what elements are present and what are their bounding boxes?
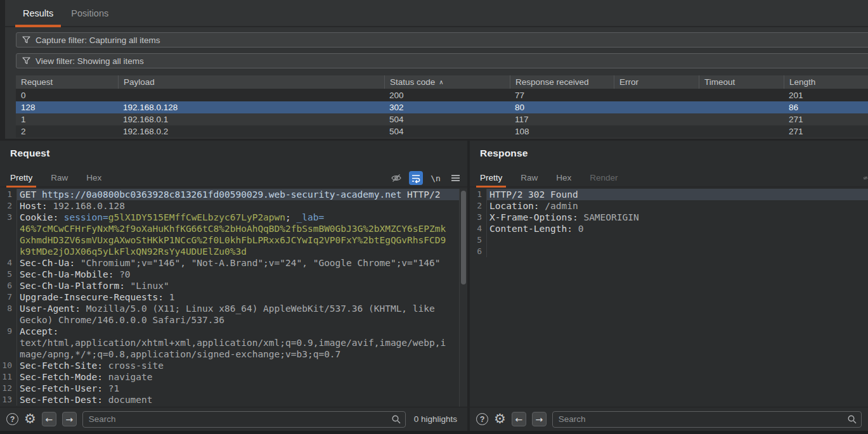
line-text: User-Agent: Mozilla/5.0 (X11; Linux x86_…	[17, 303, 467, 314]
editor-line: 4Sec-Ch-Ua: "Chromium";v="146", "Not-A.B…	[0, 257, 467, 269]
table-row[interactable]: 2192.168.0.2504108271	[16, 125, 868, 137]
request-editor[interactable]: 1GET https://0a0800bc0363928c813261fd005…	[0, 189, 467, 407]
editor-line: 8User-Agent: Mozilla/5.0 (X11; Linux x86…	[0, 303, 467, 314]
column-header-payload[interactable]: Payload	[118, 75, 384, 89]
highlights-count: 0 highlights	[411, 414, 461, 424]
column-header-timeout[interactable]: Timeout	[699, 75, 784, 89]
line-number: 6	[470, 246, 487, 257]
table-cell-error	[614, 113, 699, 125]
show-newlines-icon[interactable]: \n	[429, 171, 443, 185]
results-table-body: 020077201128192.168.0.12830280861192.168…	[16, 89, 868, 137]
search-icon	[847, 414, 857, 424]
line-number: 8	[0, 303, 17, 314]
word-wrap-icon[interactable]	[409, 171, 423, 185]
line-text: Sec-Ch-Ua-Platform: "Linux"	[17, 280, 467, 291]
editor-line: mage/apng,*/*;q=0.8,application/signed-e…	[0, 348, 467, 360]
view-filter-bar[interactable]: View filter: Showing all items	[16, 53, 868, 68]
gear-icon[interactable]: ⚙	[494, 412, 506, 426]
tab-request-raw[interactable]: Raw	[47, 169, 72, 186]
editor-line: 6Sec-Ch-Ua-Platform: "Linux"	[0, 280, 467, 291]
attack-tabbar: Results Positions	[5, 0, 868, 27]
eye-off-icon[interactable]	[389, 171, 403, 185]
line-text: Cookie: session=g5lX1DY515EMffCwELbzyc67…	[17, 212, 467, 223]
table-cell-length: 271	[784, 113, 868, 125]
request-search-bar: ? ⚙ ← → 0 highlights	[0, 407, 467, 431]
table-cell-status: 200	[384, 89, 510, 101]
response-search-input[interactable]	[552, 411, 862, 428]
table-row[interactable]: 128192.168.0.1283028086	[16, 101, 868, 113]
table-cell-payload: 192.168.0.128	[118, 101, 384, 113]
table-cell-payload: 192.168.0.1	[118, 113, 384, 125]
column-header-request[interactable]: Request	[16, 75, 118, 89]
next-match-button[interactable]: →	[62, 412, 77, 426]
results-table: Request Payload Status code∧ Response re…	[16, 75, 868, 137]
line-text: 46%7cMCwCFHrFyNxM%2f9oXaHuKhfKG66tC8%2bH…	[17, 223, 467, 234]
request-editor-scrollbar[interactable]	[459, 189, 467, 407]
column-header-status-code[interactable]: Status code∧	[384, 75, 510, 89]
previous-match-button[interactable]: ←	[512, 412, 526, 426]
line-text: HTTP/2 302 Found	[487, 189, 868, 200]
line-number: 11	[0, 371, 17, 383]
editor-line: 3Cookie: session=g5lX1DY515EMffCwELbzyc6…	[0, 212, 467, 223]
table-cell-payload: 192.168.0.2	[118, 125, 384, 137]
table-row[interactable]: 1192.168.0.1504117271	[16, 113, 868, 125]
request-search-input[interactable]	[82, 411, 406, 428]
table-cell-request: 1	[16, 113, 118, 125]
line-number	[0, 246, 17, 257]
line-number: 7	[0, 291, 17, 303]
request-panel: Request Pretty Raw Hex \n 1GET https://0…	[0, 141, 467, 434]
tab-results[interactable]: Results	[14, 0, 62, 26]
column-header-response-received[interactable]: Response received	[510, 75, 614, 89]
tab-response-render[interactable]: Render	[586, 169, 621, 186]
previous-match-button[interactable]: ←	[42, 412, 56, 426]
next-match-button[interactable]: →	[532, 412, 547, 426]
editor-line: 10Sec-Fetch-Site: cross-site	[0, 360, 467, 371]
line-number: 2	[0, 200, 17, 212]
line-text: Accept:	[17, 326, 467, 337]
capture-filter-bar[interactable]: Capture filter: Capturing all items	[16, 32, 868, 48]
line-text: Upgrade-Insecure-Requests: 1	[17, 291, 467, 303]
line-number: 5	[470, 234, 487, 246]
table-cell-request: 0	[16, 89, 118, 101]
line-number: 6	[0, 280, 17, 291]
response-editor[interactable]: 1HTTP/2 302 Found2Location: /admin3X-Fra…	[470, 189, 868, 407]
line-text: X-Frame-Options: SAMEORIGIN	[487, 212, 868, 223]
tab-positions[interactable]: Positions	[62, 0, 117, 26]
editor-line: 2Location: /admin	[470, 200, 868, 212]
line-text: Host: 192.168.0.128	[17, 200, 467, 212]
table-row[interactable]: 020077201	[16, 89, 868, 101]
line-number: 1	[470, 189, 487, 200]
table-cell-length: 201	[784, 89, 868, 101]
table-cell-timeout	[699, 125, 784, 137]
tab-response-pretty[interactable]: Pretty	[476, 169, 506, 186]
column-header-length[interactable]: Length	[784, 75, 868, 89]
scrollbar-thumb[interactable]	[461, 191, 466, 284]
request-panel-title: Request	[10, 148, 50, 159]
tab-response-raw[interactable]: Raw	[517, 169, 541, 186]
editor-line: text/html,application/xhtml+xml,applicat…	[0, 337, 467, 348]
table-cell-received: 117	[510, 113, 614, 125]
tab-response-hex[interactable]: Hex	[552, 169, 575, 186]
gear-icon[interactable]: ⚙	[24, 412, 36, 426]
menu-icon[interactable]	[448, 171, 462, 185]
table-cell-received: 77	[510, 89, 614, 101]
line-number	[0, 314, 17, 326]
filter-funnel-icon	[22, 57, 30, 65]
eye-off-icon-partial[interactable]	[863, 170, 868, 186]
line-text: Sec-Ch-Ua: "Chromium";v="146", "Not-A.Br…	[17, 257, 467, 269]
help-icon[interactable]: ?	[476, 413, 488, 425]
help-icon[interactable]: ?	[6, 413, 18, 425]
editor-line: 3X-Frame-Options: SAMEORIGIN	[470, 212, 868, 223]
column-header-error[interactable]: Error	[614, 75, 699, 89]
line-number: 1	[0, 189, 17, 200]
editor-line: 5Sec-Ch-Ua-Mobile: ?0	[0, 269, 467, 280]
line-text: Sec-Fetch-Mode: navigate	[17, 371, 467, 383]
response-panel-title: Response	[480, 148, 528, 159]
table-cell-status: 504	[384, 125, 510, 137]
editor-line: Gecko) Chrome/146.0.0.0 Safari/537.36	[0, 314, 467, 326]
filter-funnel-icon	[22, 36, 30, 44]
line-text	[487, 246, 868, 257]
tab-request-pretty[interactable]: Pretty	[6, 169, 36, 186]
tab-request-hex[interactable]: Hex	[82, 169, 105, 186]
editor-line: 13Sec-Fetch-Dest: document	[0, 394, 467, 405]
